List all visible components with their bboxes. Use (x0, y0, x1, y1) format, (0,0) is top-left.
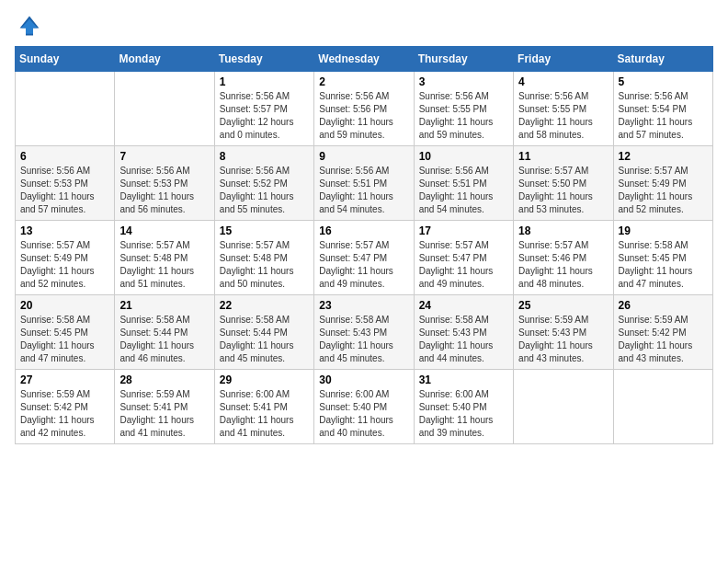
day-number: 4 (518, 75, 608, 88)
calendar-cell: 7Sunrise: 5:56 AMSunset: 5:53 PMDaylight… (115, 146, 214, 221)
calendar-cell: 3Sunrise: 5:56 AMSunset: 5:55 PMDaylight… (414, 72, 513, 146)
day-number: 24 (419, 299, 508, 312)
day-number: 23 (319, 299, 408, 312)
day-info: Sunrise: 5:59 AMSunset: 5:42 PMDaylight:… (20, 388, 109, 440)
day-info: Sunrise: 5:57 AMSunset: 5:46 PMDaylight:… (518, 239, 608, 291)
calendar-cell: 4Sunrise: 5:56 AMSunset: 5:55 PMDaylight… (514, 72, 613, 146)
calendar-cell: 27Sunrise: 5:59 AMSunset: 5:42 PMDayligh… (16, 370, 115, 444)
day-info: Sunrise: 5:56 AMSunset: 5:51 PMDaylight:… (419, 165, 508, 216)
day-info: Sunrise: 5:57 AMSunset: 5:49 PMDaylight:… (20, 239, 109, 291)
calendar-cell: 6Sunrise: 5:56 AMSunset: 5:53 PMDaylight… (16, 146, 115, 221)
calendar-header-row: SundayMondayTuesdayWednesdayThursdayFrid… (16, 47, 713, 72)
calendar-cell: 13Sunrise: 5:57 AMSunset: 5:49 PMDayligh… (16, 221, 115, 295)
header-wednesday: Wednesday (314, 47, 414, 72)
day-number: 18 (518, 224, 608, 237)
day-number: 8 (220, 150, 309, 163)
header-saturday: Saturday (613, 47, 712, 72)
day-number: 30 (319, 373, 408, 386)
day-info: Sunrise: 5:57 AMSunset: 5:49 PMDaylight:… (619, 165, 708, 216)
day-number: 15 (220, 224, 309, 237)
svg-marker-1 (21, 19, 38, 34)
day-info: Sunrise: 5:56 AMSunset: 5:54 PMDaylight:… (619, 90, 708, 142)
logo-icon (18, 15, 40, 37)
day-info: Sunrise: 5:58 AMSunset: 5:44 PMDaylight:… (119, 314, 209, 365)
calendar-cell: 10Sunrise: 5:56 AMSunset: 5:51 PMDayligh… (414, 146, 513, 221)
day-number: 22 (220, 299, 309, 312)
calendar-cell: 9Sunrise: 5:56 AMSunset: 5:51 PMDaylight… (314, 146, 414, 221)
calendar-cell: 22Sunrise: 5:58 AMSunset: 5:44 PMDayligh… (214, 295, 313, 370)
week-row-3: 20Sunrise: 5:58 AMSunset: 5:45 PMDayligh… (16, 295, 713, 370)
week-row-4: 27Sunrise: 5:59 AMSunset: 5:42 PMDayligh… (16, 370, 713, 444)
calendar-cell: 11Sunrise: 5:57 AMSunset: 5:50 PMDayligh… (514, 146, 613, 221)
day-info: Sunrise: 5:56 AMSunset: 5:53 PMDaylight:… (119, 165, 209, 216)
calendar-cell: 31Sunrise: 6:00 AMSunset: 5:40 PMDayligh… (414, 370, 513, 444)
day-number: 29 (220, 373, 309, 386)
day-info: Sunrise: 5:56 AMSunset: 5:56 PMDaylight:… (319, 90, 408, 142)
week-row-0: 1Sunrise: 5:56 AMSunset: 5:57 PMDaylight… (16, 72, 713, 146)
day-number: 17 (419, 224, 508, 237)
calendar-cell: 12Sunrise: 5:57 AMSunset: 5:49 PMDayligh… (613, 146, 712, 221)
calendar-cell: 26Sunrise: 5:59 AMSunset: 5:42 PMDayligh… (613, 295, 712, 370)
day-number: 5 (619, 75, 708, 88)
calendar-cell: 25Sunrise: 5:59 AMSunset: 5:43 PMDayligh… (514, 295, 613, 370)
calendar-cell: 2Sunrise: 5:56 AMSunset: 5:56 PMDaylight… (314, 72, 414, 146)
calendar-cell: 23Sunrise: 5:58 AMSunset: 5:43 PMDayligh… (314, 295, 414, 370)
day-info: Sunrise: 5:56 AMSunset: 5:57 PMDaylight:… (220, 90, 309, 142)
day-info: Sunrise: 5:59 AMSunset: 5:42 PMDaylight:… (619, 314, 708, 365)
day-info: Sunrise: 5:57 AMSunset: 5:48 PMDaylight:… (119, 239, 209, 291)
calendar-cell (613, 370, 712, 444)
day-info: Sunrise: 5:58 AMSunset: 5:45 PMDaylight:… (20, 314, 109, 365)
calendar-cell: 5Sunrise: 5:56 AMSunset: 5:54 PMDaylight… (613, 72, 712, 146)
day-info: Sunrise: 5:58 AMSunset: 5:44 PMDaylight:… (220, 314, 309, 365)
logo (15, 15, 40, 37)
day-info: Sunrise: 5:57 AMSunset: 5:50 PMDaylight:… (518, 165, 608, 216)
day-number: 26 (619, 299, 708, 312)
day-info: Sunrise: 5:58 AMSunset: 5:43 PMDaylight:… (319, 314, 408, 365)
week-row-1: 6Sunrise: 5:56 AMSunset: 5:53 PMDaylight… (16, 146, 713, 221)
day-info: Sunrise: 5:57 AMSunset: 5:47 PMDaylight:… (419, 239, 508, 291)
header-tuesday: Tuesday (214, 47, 313, 72)
day-info: Sunrise: 5:58 AMSunset: 5:43 PMDaylight:… (419, 314, 508, 365)
day-number: 27 (20, 373, 109, 386)
day-number: 11 (518, 150, 608, 163)
calendar-cell: 8Sunrise: 5:56 AMSunset: 5:52 PMDaylight… (214, 146, 313, 221)
day-number: 3 (419, 75, 508, 88)
day-number: 20 (20, 299, 109, 312)
day-number: 21 (119, 299, 209, 312)
week-row-2: 13Sunrise: 5:57 AMSunset: 5:49 PMDayligh… (16, 221, 713, 295)
calendar-cell: 24Sunrise: 5:58 AMSunset: 5:43 PMDayligh… (414, 295, 513, 370)
calendar-cell: 1Sunrise: 5:56 AMSunset: 5:57 PMDaylight… (214, 72, 313, 146)
day-info: Sunrise: 6:00 AMSunset: 5:40 PMDaylight:… (319, 388, 408, 440)
day-info: Sunrise: 5:59 AMSunset: 5:41 PMDaylight:… (119, 388, 209, 440)
header-monday: Monday (115, 47, 214, 72)
day-info: Sunrise: 6:00 AMSunset: 5:40 PMDaylight:… (419, 388, 508, 440)
calendar-cell (115, 72, 214, 146)
day-number: 1 (220, 75, 309, 88)
day-number: 10 (419, 150, 508, 163)
calendar-cell: 28Sunrise: 5:59 AMSunset: 5:41 PMDayligh… (115, 370, 214, 444)
day-number: 12 (619, 150, 708, 163)
day-number: 13 (20, 224, 109, 237)
day-info: Sunrise: 5:56 AMSunset: 5:52 PMDaylight:… (220, 165, 309, 216)
day-info: Sunrise: 5:59 AMSunset: 5:43 PMDaylight:… (518, 314, 608, 365)
day-info: Sunrise: 6:00 AMSunset: 5:41 PMDaylight:… (220, 388, 309, 440)
calendar-cell: 19Sunrise: 5:58 AMSunset: 5:45 PMDayligh… (613, 221, 712, 295)
calendar-cell: 29Sunrise: 6:00 AMSunset: 5:41 PMDayligh… (214, 370, 313, 444)
calendar: SundayMondayTuesdayWednesdayThursdayFrid… (15, 46, 713, 444)
calendar-cell: 18Sunrise: 5:57 AMSunset: 5:46 PMDayligh… (514, 221, 613, 295)
day-number: 7 (119, 150, 209, 163)
day-number: 14 (119, 224, 209, 237)
calendar-cell: 15Sunrise: 5:57 AMSunset: 5:48 PMDayligh… (214, 221, 313, 295)
calendar-cell: 30Sunrise: 6:00 AMSunset: 5:40 PMDayligh… (314, 370, 414, 444)
day-number: 6 (20, 150, 109, 163)
day-number: 19 (619, 224, 708, 237)
day-info: Sunrise: 5:57 AMSunset: 5:48 PMDaylight:… (220, 239, 309, 291)
day-number: 28 (119, 373, 209, 386)
calendar-cell: 16Sunrise: 5:57 AMSunset: 5:47 PMDayligh… (314, 221, 414, 295)
day-number: 25 (518, 299, 608, 312)
day-info: Sunrise: 5:57 AMSunset: 5:47 PMDaylight:… (319, 239, 408, 291)
header-thursday: Thursday (414, 47, 513, 72)
day-number: 16 (319, 224, 408, 237)
calendar-cell: 20Sunrise: 5:58 AMSunset: 5:45 PMDayligh… (16, 295, 115, 370)
day-number: 31 (419, 373, 508, 386)
